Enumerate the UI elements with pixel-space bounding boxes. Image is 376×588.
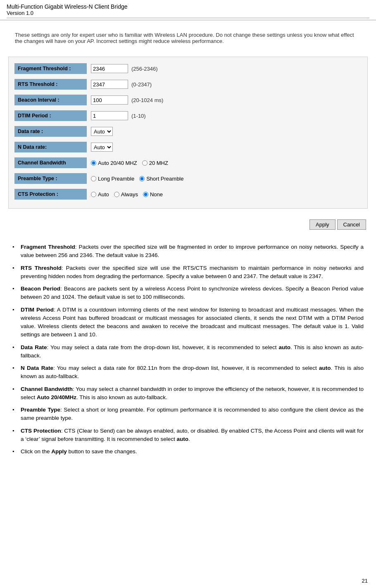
desc-channel-bandwidth-auto: Auto 20/40MHz	[37, 394, 76, 400]
cts-always-radio[interactable]	[114, 192, 119, 197]
desc-fragment-threshold: Fragment Threshold: Packets over the spe…	[12, 243, 364, 260]
desc-channel-bandwidth: Channel Bandwidth: You may select a chan…	[12, 385, 364, 402]
preamble-long-text: Long Preamble	[98, 176, 134, 182]
buttons-row: Apply Cancel	[8, 216, 368, 233]
cancel-button[interactable]: Cancel	[337, 219, 366, 230]
cts-auto-radio[interactable]	[91, 192, 96, 197]
n-data-rate-select[interactable]: Auto	[91, 143, 113, 152]
desc-cts-bold: CTS Protection	[21, 428, 61, 434]
cts-protection-row: CTS Protection : Auto Always None	[14, 188, 362, 201]
rts-threshold-label: RTS Threshold :	[14, 79, 87, 90]
desc-beacon-text: : Beacons are packets sent by a wireless…	[21, 286, 364, 300]
cts-none-label[interactable]: None	[143, 191, 163, 198]
preamble-type-label: Preamble Type :	[14, 173, 87, 184]
desc-data-rate-bold: Data Rate	[21, 344, 47, 350]
main-content: These settings are only for expert user …	[0, 27, 376, 456]
fragment-threshold-input[interactable]	[91, 64, 128, 73]
n-data-rate-input-cell: Auto	[87, 143, 362, 152]
desc-apply-bold: Apply	[51, 448, 67, 455]
desc-rts-text: : Packets over the specified size will u…	[21, 265, 364, 279]
channel-bandwidth-auto-label[interactable]: Auto 20/40 MHZ	[91, 160, 137, 166]
desc-cts-text: : CTS (Clear to Send) can be always enab…	[21, 428, 364, 442]
desc-n-data-rate: N Data Rate: You may select a data rate …	[12, 364, 364, 381]
warning-box: These settings are only for expert user …	[8, 27, 368, 49]
desc-cts-text2: .	[188, 436, 190, 442]
page-title: Multi-Function Gigabit Wireless-N Client…	[7, 3, 369, 10]
desc-apply-text: Click on the	[21, 448, 51, 455]
cts-protection-input-cell: Auto Always None	[87, 191, 362, 198]
desc-cts-protection: CTS Protection: CTS (Clear to Send) can …	[12, 427, 364, 444]
preamble-type-radio-group: Long Preamble Short Preamble	[91, 176, 184, 182]
cts-auto-text: Auto	[98, 191, 109, 198]
beacon-interval-hint: (20-1024 ms)	[131, 97, 163, 103]
beacon-interval-label: Beacon Interval :	[14, 95, 87, 105]
channel-bandwidth-input-cell: Auto 20/40 MHZ 20 MHZ	[87, 160, 362, 166]
cts-auto-label[interactable]: Auto	[91, 191, 109, 198]
desc-data-rate: Data Rate: You may select a data rate fr…	[12, 343, 364, 360]
desc-beacon-bold: Beacon Period	[21, 286, 60, 292]
settings-panel: Fragment Threshold : (256-2346) RTS Thre…	[8, 57, 368, 209]
page-number: 21	[362, 578, 368, 584]
fragment-threshold-row: Fragment Threshold : (256-2346)	[14, 62, 362, 75]
rts-threshold-input[interactable]	[91, 80, 128, 89]
description-list: Fragment Threshold: Packets over the spe…	[8, 243, 368, 456]
data-rate-select[interactable]: Auto	[91, 127, 113, 136]
channel-bandwidth-20-text: 20 MHZ	[149, 160, 168, 166]
desc-preamble-text: : Select a short or long preamble. For o…	[21, 407, 364, 421]
dtim-period-hint: (1-10)	[131, 113, 146, 119]
desc-dtim-text: : A DTIM is a countdown informing client…	[21, 307, 364, 338]
preamble-short-text: Short Preamble	[146, 176, 183, 182]
desc-preamble-type: Preamble Type: Select a short or long pr…	[12, 406, 364, 423]
desc-fragment-bold: Fragment Threshold	[21, 244, 75, 250]
fragment-threshold-hint: (256-2346)	[131, 66, 158, 72]
cts-none-radio[interactable]	[143, 192, 148, 197]
rts-threshold-hint: (0-2347)	[131, 81, 152, 88]
preamble-long-label[interactable]: Long Preamble	[91, 176, 134, 182]
cts-protection-label: CTS Protection :	[14, 189, 87, 200]
n-data-rate-row: N Data rate: Auto	[14, 140, 362, 154]
channel-bandwidth-auto-text: Auto 20/40 MHZ	[98, 160, 137, 166]
desc-cts-auto-strong: auto	[176, 436, 188, 442]
apply-button[interactable]: Apply	[309, 219, 336, 230]
preamble-short-label[interactable]: Short Preamble	[139, 176, 183, 182]
cts-protection-radio-group: Auto Always None	[91, 191, 163, 198]
desc-dtim-period: DTIM Period: A DTIM is a countdown infor…	[12, 306, 364, 339]
desc-rts-threshold: RTS Threshold: Packets over the specifie…	[12, 264, 364, 281]
beacon-interval-input-cell: (20-1024 ms)	[87, 95, 362, 105]
desc-n-data-rate-text: : You may select a data rate for 802.11n…	[53, 365, 319, 371]
desc-rts-bold: RTS Threshold	[21, 265, 62, 271]
channel-bandwidth-20-label[interactable]: 20 MHZ	[142, 160, 168, 166]
desc-preamble-bold: Preamble Type	[21, 407, 60, 413]
preamble-short-radio[interactable]	[139, 176, 145, 181]
dtim-period-input[interactable]	[91, 111, 128, 120]
channel-bandwidth-label: Channel Bandwidth	[14, 157, 87, 168]
desc-channel-bandwidth-bold: Channel Bandwidth	[21, 386, 73, 392]
desc-channel-bandwidth-text2: . This is also known as auto-fallback.	[76, 394, 167, 400]
page-header: Multi-Function Gigabit Wireless-N Client…	[0, 0, 376, 20]
rts-threshold-input-cell: (0-2347)	[87, 80, 362, 89]
desc-n-data-rate-bold: N Data Rate	[21, 365, 53, 371]
channel-bandwidth-row: Channel Bandwidth Auto 20/40 MHZ 20 MHZ	[14, 156, 362, 169]
cts-always-text: Always	[121, 191, 138, 198]
channel-bandwidth-20-radio[interactable]	[142, 160, 148, 166]
desc-beacon-period: Beacon Period: Beacons are packets sent …	[12, 285, 364, 302]
beacon-interval-input[interactable]	[91, 95, 128, 105]
preamble-type-input-cell: Long Preamble Short Preamble	[87, 176, 362, 182]
dtim-period-label: DTIM Period :	[14, 110, 87, 121]
fragment-threshold-input-cell: (256-2346)	[87, 64, 362, 73]
desc-data-rate-auto: auto	[278, 344, 290, 350]
dtim-period-input-cell: (1-10)	[87, 111, 362, 120]
cts-always-label[interactable]: Always	[114, 191, 138, 198]
data-rate-label: Data rate :	[14, 126, 87, 137]
page-version: Version 1.0	[7, 10, 369, 16]
dtim-period-row: DTIM Period : (1-10)	[14, 109, 362, 122]
desc-n-data-rate-auto: auto	[319, 365, 331, 371]
desc-data-rate-text: : You may select a data rate from the dr…	[47, 344, 278, 350]
warning-text: These settings are only for expert user …	[15, 32, 354, 44]
data-rate-row: Data rate : Auto	[14, 125, 362, 138]
channel-bandwidth-auto-radio[interactable]	[91, 160, 96, 166]
data-rate-input-cell: Auto	[87, 127, 362, 136]
preamble-long-radio[interactable]	[91, 176, 96, 181]
fragment-threshold-label: Fragment Threshold :	[14, 63, 87, 74]
beacon-interval-row: Beacon Interval : (20-1024 ms)	[14, 93, 362, 107]
